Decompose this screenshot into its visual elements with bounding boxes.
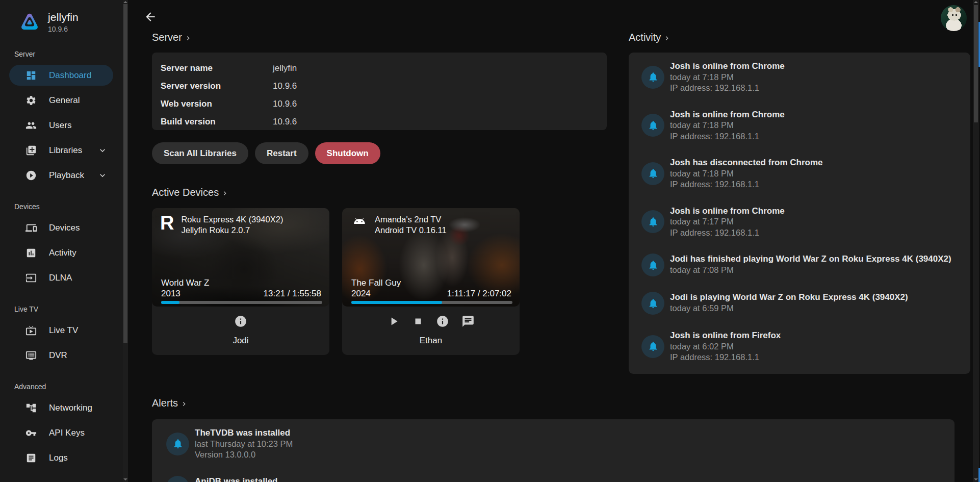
activity-item: Josh is online from Chrome today at 7:17… (641, 206, 960, 239)
app-name: jellyfin (48, 11, 79, 23)
active-device-card-android-tv[interactable]: Amanda's 2nd TV Android TV 0.16.11 The F… (342, 208, 520, 355)
sidebar-item-playback[interactable]: Playback (0, 163, 123, 188)
media-title: World War Z (161, 277, 209, 288)
activity-item: Josh is online from Firefox today at 6:0… (641, 330, 960, 363)
info-icon[interactable] (234, 315, 247, 328)
bell-badge (641, 66, 664, 89)
sidebar-item-general[interactable]: General (0, 88, 123, 113)
scroll-up-arrow-icon[interactable] (123, 1, 127, 3)
restart-button[interactable]: Restart (255, 142, 308, 164)
scroll-down-arrow-icon[interactable] (123, 478, 127, 480)
alerts-title: Alerts (152, 397, 178, 409)
chevron-right-icon (184, 34, 192, 42)
playback-time: 1:11:17 / 2:07:02 (447, 289, 511, 299)
message-icon[interactable] (461, 315, 475, 328)
sidebar-item-api-keys[interactable]: API Keys (0, 420, 123, 445)
dashboard-main: Server Server name jellyfin Server versi… (128, 0, 980, 482)
sidebar-item-dvr[interactable]: DVR (0, 343, 123, 368)
session-user: Ethan (342, 336, 520, 346)
sidebar: jellyfin 10.9.6 Server Dashboard General… (0, 0, 123, 482)
bell-icon (648, 216, 659, 227)
active-device-card-roku[interactable]: R Roku Express 4K (3940X2) Jellyfin Roku… (152, 208, 329, 355)
active-devices-row: R Roku Express 4K (3940X2) Jellyfin Roku… (152, 208, 532, 355)
networking-icon (25, 402, 37, 414)
page-scrollbar-thumb[interactable] (974, 5, 978, 122)
sidebar-item-logs[interactable]: Logs (0, 445, 123, 470)
play-icon[interactable] (387, 315, 400, 328)
activity-section-link[interactable]: Activity (629, 32, 671, 43)
chevron-right-icon (221, 189, 229, 197)
android-icon (350, 216, 369, 231)
api-keys-icon (25, 427, 37, 439)
back-button[interactable] (144, 9, 159, 24)
playback-progress-bar (351, 301, 512, 304)
bell-badge (166, 476, 189, 482)
bell-icon (648, 168, 659, 179)
sidebar-item-networking[interactable]: Networking (0, 395, 123, 420)
playback-time: 13:21 / 1:55:58 (264, 289, 321, 299)
activity-title: Activity (629, 32, 661, 43)
activity-item: Jodi has finished playing World War Z on… (641, 253, 960, 276)
chevron-down-icon[interactable] (97, 145, 108, 156)
alerts-section-link[interactable]: Alerts (152, 397, 188, 409)
device-controls: Jodi (152, 307, 329, 355)
sidebar-section-advanced: Advanced (0, 382, 123, 391)
server-info-row: Build version 10.9.6 (161, 113, 607, 131)
media-year: 2024 (351, 288, 401, 299)
active-devices-title: Active Devices (152, 187, 219, 198)
build-version-value: 10.9.6 (273, 117, 297, 127)
live-tv-icon (25, 325, 37, 336)
alert-item: AniDB was installed (166, 476, 944, 482)
scroll-down-arrow-icon[interactable] (974, 478, 978, 480)
bell-badge (641, 335, 664, 358)
sidebar-item-dlna[interactable]: DLNA (0, 265, 123, 290)
server-info-card: Server name jellyfin Server version 10.9… (152, 53, 607, 130)
sidebar-section-live-tv: Live TV (0, 305, 123, 314)
sidebar-item-users[interactable]: Users (0, 113, 123, 138)
dashboard-icon (25, 70, 37, 81)
sidebar-scrollbar[interactable] (123, 0, 128, 482)
activity-item: Josh has disconnected from Chrome today … (641, 157, 960, 190)
scan-all-libraries-button[interactable]: Scan All Libraries (152, 142, 248, 164)
chevron-right-icon (180, 400, 188, 408)
stop-icon[interactable] (412, 316, 424, 327)
info-icon[interactable] (436, 315, 449, 328)
active-devices-link[interactable]: Active Devices (152, 187, 229, 198)
sidebar-item-dashboard[interactable]: Dashboard (0, 63, 123, 88)
shutdown-button[interactable]: Shutdown (315, 142, 380, 164)
user-avatar[interactable] (941, 5, 967, 31)
sidebar-section-server: Server (0, 49, 123, 59)
bell-icon (648, 71, 659, 83)
bell-badge (166, 433, 189, 455)
chevron-down-icon[interactable] (97, 170, 108, 181)
bell-badge (641, 253, 664, 276)
playback-progress-fill (161, 301, 179, 304)
server-actions: Scan All Libraries Restart Shutdown (152, 142, 387, 164)
sidebar-item-live-tv[interactable]: Live TV (0, 318, 123, 343)
sidebar-section-devices: Devices (0, 202, 123, 211)
sidebar-scrollbar-thumb[interactable] (123, 4, 127, 343)
activity-icon (25, 247, 37, 259)
server-section-link[interactable]: Server (152, 32, 192, 43)
page-scrollbar[interactable] (973, 0, 979, 482)
playback-progress-fill (351, 301, 442, 304)
bell-badge (641, 162, 664, 185)
device-controls: Ethan (342, 307, 520, 355)
logs-icon (25, 452, 37, 464)
sidebar-item-devices[interactable]: Devices (0, 215, 123, 240)
web-version-label: Web version (161, 99, 273, 109)
client-version: Jellyfin Roku 2.0.7 (181, 225, 283, 236)
now-playing-backdrop-the-fall-guy: Amanda's 2nd TV Android TV 0.16.11 The F… (342, 208, 520, 307)
build-version-label: Build version (161, 117, 273, 127)
bell-icon (648, 341, 659, 352)
app-brand: jellyfin 10.9.6 (0, 0, 123, 33)
dvr-icon (25, 350, 37, 361)
media-title: The Fall Guy (351, 277, 401, 288)
playback-progress-bar (161, 301, 322, 304)
server-section-title: Server (152, 32, 182, 43)
sidebar-item-libraries[interactable]: Libraries (0, 138, 123, 163)
sidebar-item-activity[interactable]: Activity (0, 240, 123, 265)
gear-icon (25, 95, 37, 106)
jellyfin-logo-icon (19, 11, 40, 33)
scroll-up-arrow-icon[interactable] (974, 1, 978, 3)
